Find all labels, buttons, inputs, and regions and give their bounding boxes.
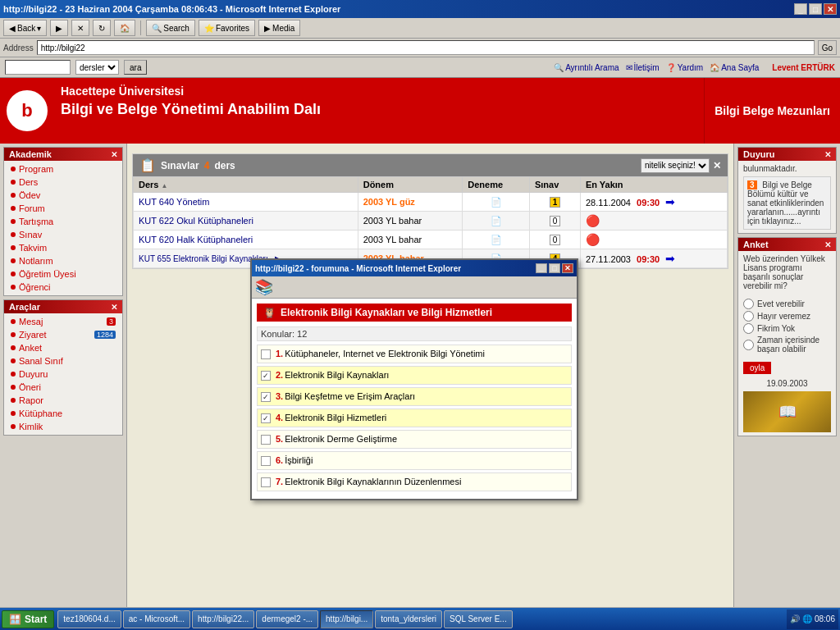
- topic-checkbox-4[interactable]: [261, 435, 271, 445]
- popup-toolbar: 📚: [252, 276, 577, 299]
- anket-option-1[interactable]: Hayır veremez: [743, 311, 831, 322]
- media-button[interactable]: ▶ Media: [258, 20, 300, 36]
- maximize-button[interactable]: □: [809, 3, 822, 15]
- duyuru-item[interactable]: 3 Bilgi ve Belge Bölümü kültür ve sanat …: [743, 176, 831, 230]
- sidebar-item-oneri[interactable]: Öneri: [4, 381, 122, 394]
- anket-radio-1[interactable]: [743, 311, 754, 322]
- topic-checkbox-5[interactable]: [261, 456, 271, 466]
- search-button[interactable]: 🔍 Search: [146, 20, 195, 36]
- category-select[interactable]: dersler: [75, 60, 119, 75]
- cell-ders-1[interactable]: KUT 622 Okul Kütüphaneleri: [134, 212, 358, 231]
- minimize-button[interactable]: _: [794, 3, 807, 15]
- forward-button[interactable]: ▶: [50, 20, 68, 36]
- anket-close-button[interactable]: ✕: [824, 240, 831, 249]
- sidebar-item-notlarim[interactable]: Notlarım: [4, 254, 122, 267]
- topic-checkbox-6[interactable]: [261, 477, 271, 487]
- sidebar-item-ogretim-uyesi[interactable]: Öğretim Üyesi: [4, 267, 122, 281]
- sidebar-item-ders[interactable]: Ders: [4, 176, 122, 189]
- ayrintili-arama-link[interactable]: 🔍 Ayrıntılı Arama: [554, 63, 619, 72]
- cell-ders-2[interactable]: KUT 620 Halk Kütüphaneleri: [134, 231, 358, 249]
- sidebar-item-anket[interactable]: Anket: [4, 341, 122, 354]
- sidebar-item-kimlik[interactable]: Kimlik: [4, 420, 122, 433]
- cell-en-yakin-3: 27.11.2003 09:30 ➡: [580, 249, 727, 268]
- sidebar-item-ogrenci[interactable]: Öğrenci: [4, 281, 122, 294]
- anket-option-2[interactable]: Fikrim Yok: [743, 323, 831, 334]
- left-sidebar: Akademik ✕ Program Ders Ödev Forum Tartı…: [0, 144, 127, 630]
- topic-item-1[interactable]: 2.Elektronik Bilgi Kaynakları: [257, 366, 572, 385]
- sidebar-item-program[interactable]: Program: [4, 162, 122, 176]
- anket-option-3[interactable]: Zaman içerisinde başarı olabilir: [743, 336, 831, 354]
- taskbar-tray: 🔊 🌐 08:06: [787, 609, 838, 629]
- anket-radio-3[interactable]: [743, 340, 754, 350]
- taskbar-item-3[interactable]: dermegel2 -...: [256, 610, 318, 628]
- sidebar-item-sinav[interactable]: Sınav: [4, 228, 122, 241]
- bullet-icon: [11, 219, 16, 224]
- address-input[interactable]: [37, 40, 815, 55]
- topic-checkbox-0[interactable]: [261, 349, 271, 359]
- sidebar-item-ziyaret[interactable]: Ziyaret 1284: [4, 328, 122, 341]
- taskbar-item-2[interactable]: http://bilgi22...: [192, 610, 254, 628]
- topic-item-2[interactable]: 3.Bilgi Keşfetme ve Erişim Araçları: [257, 387, 572, 406]
- akademik-panel: Akademik ✕ Program Ders Ödev Forum Tartı…: [3, 147, 123, 296]
- sidebar-item-kutuphane[interactable]: Kütüphane: [4, 407, 122, 420]
- stop-button[interactable]: ✕: [71, 20, 89, 36]
- sidebar-item-duyuru[interactable]: Duyuru: [4, 368, 122, 381]
- taskbar-item-4[interactable]: http://bilgi...: [320, 610, 373, 628]
- topic-checkbox-1[interactable]: [261, 371, 271, 381]
- refresh-button[interactable]: ↻: [93, 20, 111, 36]
- close-button[interactable]: ✕: [824, 3, 837, 15]
- popup-close-button[interactable]: ✕: [562, 263, 573, 273]
- cell-ders-0[interactable]: KUT 640 Yönetim: [134, 193, 358, 212]
- favorites-button[interactable]: ⭐ Favorites: [199, 20, 255, 36]
- go-button[interactable]: Go: [818, 40, 837, 55]
- sidebar-item-rapor[interactable]: Rapor: [4, 394, 122, 407]
- taskbar-item-5[interactable]: tonta_yldersleri: [375, 610, 442, 628]
- popup-minimize-button[interactable]: _: [536, 263, 547, 273]
- yardim-link[interactable]: ❓ Yardım: [666, 63, 704, 72]
- main-layout: Akademik ✕ Program Ders Ödev Forum Tartı…: [0, 144, 840, 630]
- popup-maximize-button[interactable]: □: [549, 263, 560, 273]
- start-button[interactable]: 🪟 Start: [2, 610, 54, 628]
- topic-item-3[interactable]: 4.Elektronik Bilgi Hizmetleri: [257, 409, 572, 427]
- topic-checkbox-3[interactable]: [261, 413, 271, 423]
- taskbar-items: tez180604.d... ac - Microsoft... http://…: [57, 610, 787, 628]
- araclar-close-button[interactable]: ✕: [111, 303, 117, 312]
- sinavlar-close-button[interactable]: ✕: [713, 160, 721, 171]
- taskbar-item-1[interactable]: ac - Microsoft...: [123, 610, 190, 628]
- anket-radio-0[interactable]: [743, 299, 754, 309]
- sidebar-item-takvim[interactable]: Takvim: [4, 241, 122, 254]
- topic-item-6[interactable]: 7.Elektronik Bilgi Kaynaklarının Düzenle…: [257, 472, 572, 491]
- topic-checkbox-2[interactable]: [261, 392, 271, 402]
- deneme-icon-2: 📄: [491, 235, 502, 244]
- tray-icons: 🔊 🌐: [790, 614, 812, 623]
- anket-radio-2[interactable]: [743, 323, 754, 334]
- mesaj-badge: 3: [107, 317, 116, 326]
- search-input[interactable]: [5, 60, 71, 75]
- topic-item-4[interactable]: 5.Elektronik Derme Geliştirme: [257, 430, 572, 449]
- sidebar-item-sanal-sinif[interactable]: Sanal Sınıf: [4, 354, 122, 368]
- anket-option-0[interactable]: Evet verebilir: [743, 299, 831, 309]
- topic-item-0[interactable]: 1.Kütüphaneler, Internet ve Elektronik B…: [257, 345, 572, 363]
- cell-en-yakin-0: 28.11.2004 09:30 ➡: [580, 193, 727, 212]
- separator: [140, 21, 141, 35]
- taskbar-item-6[interactable]: SQL Server E...: [444, 610, 513, 628]
- sidebar-item-tartisma[interactable]: Tartışma: [4, 215, 122, 228]
- taskbar-item-0[interactable]: tez180604.d...: [57, 610, 121, 628]
- back-icon: ◀: [9, 24, 16, 33]
- sidebar-item-mesaj[interactable]: Mesaj 3: [4, 315, 122, 328]
- nitelik-select[interactable]: nitelik seçiniz!: [641, 158, 710, 173]
- duyuru-close-button[interactable]: ✕: [824, 150, 831, 159]
- ara-button[interactable]: ara: [124, 60, 147, 75]
- iletisim-link[interactable]: ✉ İletişim: [626, 63, 660, 72]
- back-button[interactable]: ◀ Back ▾: [3, 20, 47, 36]
- topic-item-5[interactable]: 6.İşbirliği: [257, 451, 572, 470]
- home-button[interactable]: 🏠: [114, 20, 135, 36]
- deneme-icon-0: 📄: [491, 197, 502, 207]
- ana-sayfa-link[interactable]: 🏠 Ana Sayfa: [710, 63, 759, 72]
- sidebar-item-forum[interactable]: Forum: [4, 202, 122, 215]
- sinavlar-table: Ders ▲ Dönem Deneme Sınav En Yakın KUT 6…: [133, 176, 728, 268]
- sidebar-item-odev[interactable]: Ödev: [4, 189, 122, 202]
- bullet-icon: [11, 285, 16, 290]
- akademik-close-button[interactable]: ✕: [111, 150, 117, 159]
- oyla-button[interactable]: oyla: [743, 362, 771, 374]
